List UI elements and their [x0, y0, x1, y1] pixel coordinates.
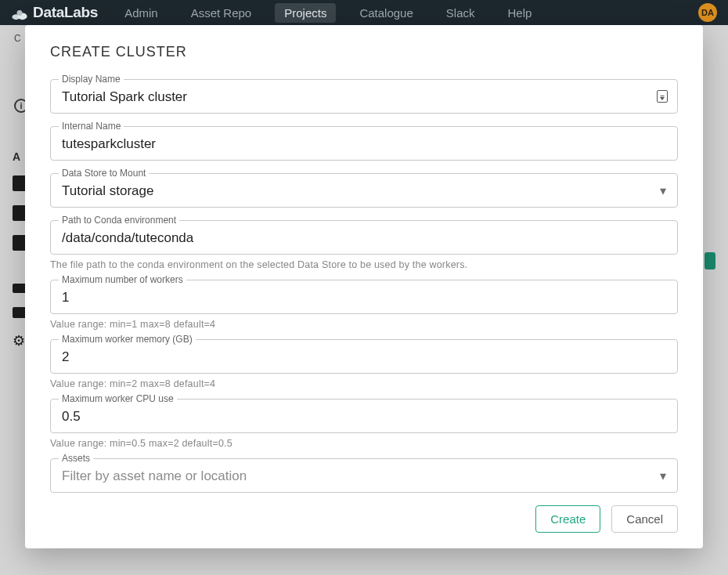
- conda-path-helper: The file path to the conda environment o…: [50, 259, 678, 270]
- modal-actions: Create Cancel: [50, 505, 678, 533]
- field-label: Data Store to Mount: [59, 168, 149, 179]
- svg-point-2: [17, 10, 23, 16]
- assets-select[interactable]: Assets ▾: [50, 458, 678, 493]
- data-store-select[interactable]: Data Store to Mount Tutorial storage ▾: [50, 173, 678, 208]
- nav-slack[interactable]: Slack: [437, 3, 485, 23]
- max-cpu-field[interactable]: Maximum worker CPU use: [50, 399, 678, 433]
- create-button[interactable]: Create: [535, 505, 600, 533]
- nav-asset-repo[interactable]: Asset Repo: [182, 3, 261, 23]
- cancel-button[interactable]: Cancel: [611, 505, 678, 533]
- internal-name-field[interactable]: Internal Name: [50, 126, 678, 161]
- create-cluster-modal: CREATE CLUSTER Display Name Internal Nam…: [25, 25, 703, 548]
- conda-path-input[interactable]: [51, 221, 677, 254]
- field-label: Path to Conda environment: [59, 215, 179, 226]
- modal-overlay: CREATE CLUSTER Display Name Internal Nam…: [0, 25, 728, 575]
- field-label: Maximum worker CPU use: [59, 393, 177, 404]
- top-nav: DataLabs Admin Asset Repo Projects Catal…: [0, 0, 728, 25]
- nav-admin[interactable]: Admin: [115, 3, 168, 23]
- field-label: Assets: [59, 453, 93, 464]
- max-cpu-helper: Value range: min=0.5 max=2 default=0.5: [50, 438, 678, 449]
- field-label: Maximum worker memory (GB): [59, 334, 196, 345]
- conda-path-field[interactable]: Path to Conda environment: [50, 220, 678, 255]
- modal-title: CREATE CLUSTER: [50, 44, 678, 60]
- field-label: Maximum number of workers: [59, 274, 186, 285]
- avatar[interactable]: DA: [698, 3, 717, 22]
- display-name-input[interactable]: [51, 80, 677, 113]
- brand-text: DataLabs: [33, 4, 98, 21]
- max-workers-helper: Value range: min=1 max=8 default=4: [50, 319, 678, 330]
- field-label: Display Name: [59, 74, 124, 85]
- internal-name-input[interactable]: [51, 127, 677, 160]
- assets-input[interactable]: [51, 459, 677, 492]
- max-workers-field[interactable]: Maximum number of workers: [50, 280, 678, 314]
- max-memory-input[interactable]: [51, 340, 677, 373]
- max-memory-helper: Value range: min=2 max=8 default=4: [50, 378, 678, 389]
- nav-catalogue[interactable]: Catalogue: [350, 3, 422, 23]
- nav-help[interactable]: Help: [498, 3, 541, 23]
- max-workers-input[interactable]: [51, 280, 677, 313]
- nav-items: Admin Asset Repo Projects Catalogue Slac…: [115, 3, 541, 23]
- display-name-field[interactable]: Display Name: [50, 79, 678, 114]
- nav-projects[interactable]: Projects: [275, 3, 336, 23]
- field-label: Internal Name: [59, 121, 124, 132]
- data-store-value: Tutorial storage: [51, 174, 677, 207]
- background-page: C i A ⚙ CREATE CLUSTER Display Name Inte…: [0, 25, 728, 575]
- max-memory-field[interactable]: Maximum worker memory (GB): [50, 339, 678, 374]
- max-cpu-input[interactable]: [51, 400, 677, 432]
- brand-icon: [11, 7, 28, 18]
- brand[interactable]: DataLabs: [11, 4, 98, 21]
